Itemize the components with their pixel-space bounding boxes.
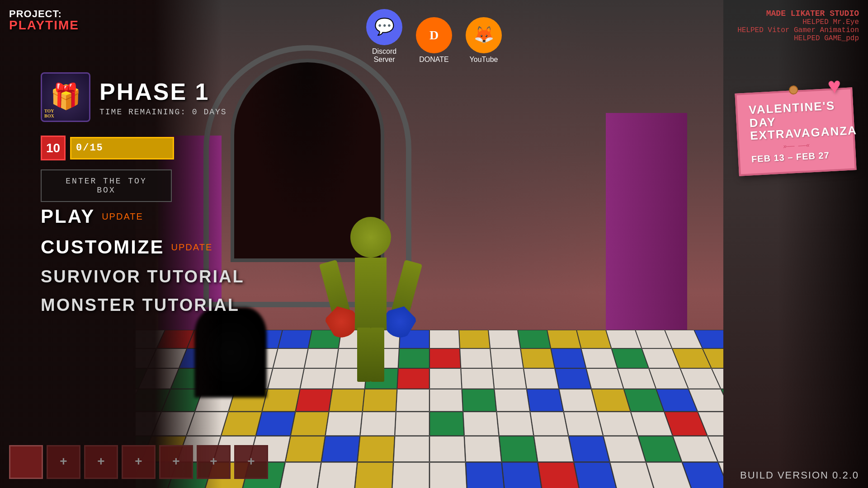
- phase-time: TIME REMAINING: 0 DAYS: [99, 108, 227, 117]
- discord-label: DiscordServer: [372, 47, 396, 64]
- survivor-label: SURVIVOR TUTORIAL: [41, 267, 245, 286]
- phase-title: PHASE 1: [99, 78, 227, 105]
- slot-5[interactable]: +: [159, 445, 193, 479]
- character-figure: [326, 217, 416, 398]
- progress-text: 0/15: [76, 142, 104, 154]
- slot-3-plus: +: [97, 455, 105, 469]
- game-logo: PROJECT: PLAYTIME: [9, 9, 72, 54]
- top-navigation: 💬 DiscordServer D DONATE 🦊 YouTube: [366, 9, 502, 64]
- customize-update-badge: UPDATE: [171, 242, 213, 253]
- play-update-badge: UPDATE: [102, 211, 143, 222]
- character-leg-left: [357, 328, 371, 382]
- slot-7[interactable]: +: [234, 445, 268, 479]
- slot-7-plus: +: [247, 455, 255, 469]
- slot-5-plus: +: [172, 455, 180, 469]
- youtube-icon: 🦊: [466, 17, 502, 53]
- right-panel: [778, 0, 868, 488]
- credits-made: MADE LIKATER STUDIO: [737, 9, 859, 18]
- enter-toybox-button[interactable]: ENTER THE TOY BOX: [41, 169, 172, 202]
- character-leg-right: [371, 328, 384, 382]
- phase-icon-emoji: 🎁: [50, 82, 81, 113]
- credits-section: MADE LIKATER STUDIO HELPED Mr.Eye HELPED…: [737, 9, 859, 42]
- customize-menu-item[interactable]: CUSTOMIZE UPDATE: [41, 234, 245, 260]
- main-menu: PLAY UPDATE CUSTOMIZE UPDATE SURVIVOR TU…: [41, 203, 245, 317]
- play-menu-item[interactable]: PLAY UPDATE: [41, 203, 245, 230]
- bottom-slots: + + + + + +: [9, 445, 268, 479]
- slot-2[interactable]: +: [47, 445, 80, 479]
- youtube-nav-item[interactable]: 🦊 YouTube: [466, 17, 502, 64]
- progress-number: 10: [41, 136, 66, 160]
- banner-pin: [789, 85, 798, 95]
- monster-menu-item[interactable]: MONSTER TUTORIAL: [41, 293, 245, 317]
- youtube-label: YouTube: [470, 56, 498, 64]
- banner-heart: ♥: [827, 74, 842, 100]
- phase-info: PHASE 1 TIME REMAINING: 0 DAYS: [99, 78, 227, 117]
- character-body: [355, 258, 387, 330]
- slot-2-plus: +: [60, 455, 67, 469]
- slot-6[interactable]: +: [197, 445, 231, 479]
- credits-helped3: HELPED GAME_pdp: [737, 34, 859, 42]
- progress-section: 10 0/15: [41, 136, 174, 160]
- discord-nav-item[interactable]: 💬 DiscordServer: [366, 9, 402, 64]
- customize-label: CUSTOMIZE: [41, 236, 165, 258]
- credits-helped2: HELPED Vitor Gamer Animation: [737, 26, 859, 34]
- donate-nav-item[interactable]: D DONATE: [416, 17, 452, 64]
- discord-icon: 💬: [366, 9, 402, 45]
- phase-toybox-label: TOYBOX: [44, 108, 54, 118]
- survivor-menu-item[interactable]: SURVIVOR TUTORIAL: [41, 265, 245, 289]
- character-head: [350, 217, 391, 258]
- slot-1[interactable]: [9, 445, 43, 479]
- slot-4[interactable]: +: [122, 445, 156, 479]
- slot-3[interactable]: +: [84, 445, 118, 479]
- play-label: PLAY: [41, 206, 95, 227]
- logo-playtime-text: PLAYTIME: [9, 19, 72, 32]
- banner-title: VALENTINE'SDAYEXTRAVAGANZA: [749, 99, 842, 142]
- progress-bar: 0/15: [70, 137, 174, 160]
- donate-label: DONATE: [419, 56, 448, 64]
- logo-project-text: PROJECT:: [9, 9, 72, 19]
- donate-icon: D: [416, 17, 452, 53]
- phase-icon: 🎁 TOYBOX: [41, 72, 90, 122]
- slot-6-plus: +: [210, 455, 217, 469]
- credits-helped1: HELPED Mr.Eye: [737, 18, 859, 26]
- phase-section: 🎁 TOYBOX PHASE 1 TIME REMAINING: 0 DAYS: [41, 72, 227, 122]
- banner-card: ♥ VALENTINE'SDAYEXTRAVAGANZA »—— ——« FEB…: [735, 87, 856, 176]
- monster-label: MONSTER TUTORIAL: [41, 296, 240, 315]
- slot-4-plus: +: [135, 455, 142, 469]
- banner-dates: FEB 13 – FEB 27: [751, 149, 843, 164]
- valentine-banner: ♥ VALENTINE'SDAYEXTRAVAGANZA »—— ——« FEB…: [735, 87, 856, 176]
- build-version: BUILD VERSION 0.2.0: [740, 469, 859, 481]
